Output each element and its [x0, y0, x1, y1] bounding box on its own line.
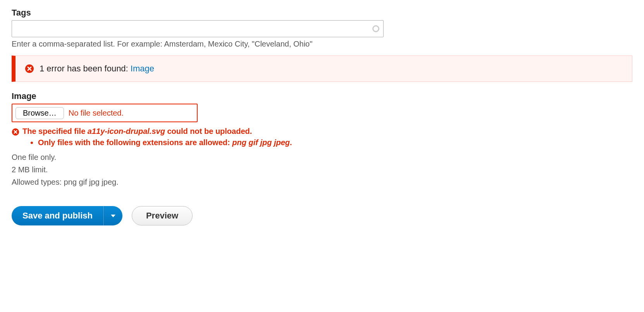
save-split-button: Save and publish	[12, 206, 122, 225]
chevron-down-icon	[111, 215, 115, 217]
error-link-image[interactable]: Image	[131, 64, 154, 73]
no-file-selected-text: No file selected.	[69, 109, 124, 118]
extension-error-item: Only files with the following extensions…	[38, 138, 632, 147]
file-limit-size: 2 MB limit.	[12, 163, 632, 176]
form-actions: Save and publish Preview	[12, 206, 632, 225]
file-limit-count: One file only.	[12, 151, 632, 163]
error-prefix: 1 error has been found:	[40, 64, 131, 73]
tags-label: Tags	[12, 8, 632, 18]
upload-error-message: The specified file a11y-icon-drupal.svg …	[12, 127, 632, 136]
upload-error-text: The specified file a11y-icon-drupal.svg …	[22, 127, 252, 136]
preview-button[interactable]: Preview	[132, 206, 193, 225]
error-filename: a11y-icon-drupal.svg	[88, 127, 165, 135]
file-allowed-types: Allowed types: png gif jpg jpeg.	[12, 176, 632, 188]
tags-input[interactable]	[12, 20, 384, 37]
file-help-text: One file only. 2 MB limit. Allowed types…	[12, 151, 632, 188]
save-and-publish-button[interactable]: Save and publish	[12, 206, 104, 225]
loading-spinner-icon	[372, 25, 379, 32]
tags-help-text: Enter a comma-separated list. For exampl…	[12, 40, 632, 49]
browse-button[interactable]: Browse…	[15, 107, 64, 119]
error-message-box: 1 error has been found: Image	[12, 55, 632, 82]
save-dropdown-toggle[interactable]	[104, 206, 122, 225]
upload-error-detail-list: Only files with the following extensions…	[31, 138, 632, 147]
image-label: Image	[12, 91, 632, 101]
allowed-extensions: png gif jpg jpeg	[232, 138, 290, 147]
error-icon	[12, 128, 19, 136]
tags-field: Tags Enter a comma-separated list. For e…	[12, 8, 632, 49]
image-field: Image Browse… No file selected. The spec…	[12, 91, 632, 188]
file-input-wrapper: Browse… No file selected.	[12, 104, 198, 122]
error-icon	[25, 64, 34, 73]
error-summary-text: 1 error has been found: Image	[40, 64, 154, 74]
